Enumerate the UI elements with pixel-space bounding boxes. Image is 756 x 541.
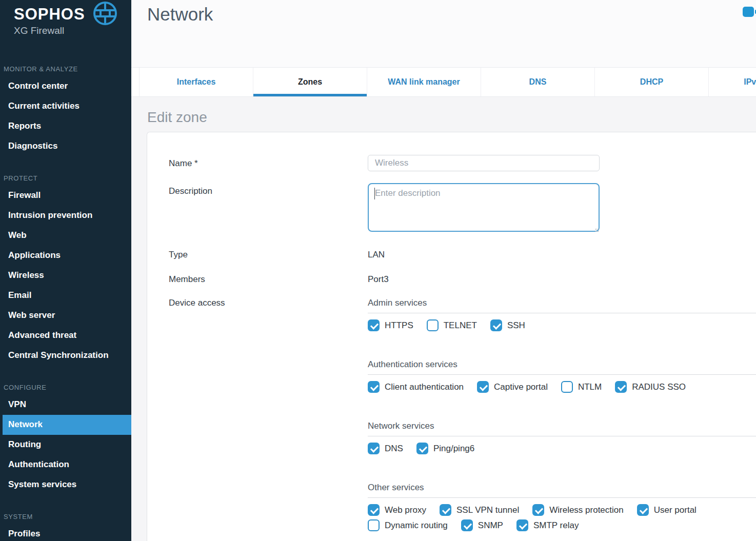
service-option[interactable]: TELNET: [427, 319, 477, 331]
description-row: Description: [169, 183, 756, 234]
checkbox[interactable]: [416, 443, 428, 454]
tab[interactable]: DHCP: [594, 68, 708, 96]
service-options: DNS Ping/ping6: [368, 443, 756, 454]
service-group: Authentication services Client authentic…: [368, 356, 756, 393]
members-label: Members: [169, 271, 368, 285]
sidebar-item[interactable]: Web server: [0, 306, 131, 326]
sidebar-item[interactable]: Control center: [0, 76, 131, 96]
sidebar-item[interactable]: System services: [0, 475, 131, 495]
sidebar-item[interactable]: Advanced threat: [0, 326, 131, 346]
tab-label: DNS: [529, 77, 547, 87]
service-option[interactable]: Captive portal: [477, 381, 548, 393]
type-label: Type: [169, 247, 368, 260]
page-title: Network: [147, 4, 213, 25]
brand: SOPHOS XG Firewall: [0, 0, 131, 40]
tab[interactable]: Zones: [253, 68, 367, 96]
service-option[interactable]: SMTP relay: [516, 519, 579, 531]
checkbox-label: NTLM: [578, 382, 602, 392]
service-option[interactable]: User portal: [637, 504, 697, 516]
text-caret: [374, 188, 375, 199]
tab[interactable]: IPv6 router: [708, 68, 756, 96]
checkbox-label: SNMP: [478, 520, 503, 531]
content-area: Edit zone Name * Description Type LAN: [131, 97, 756, 541]
textarea-resize-grip[interactable]: [595, 229, 596, 230]
sidebar-item[interactable]: Email: [0, 286, 131, 306]
sidebar-item[interactable]: Profiles: [0, 524, 131, 541]
sidebar-item[interactable]: Network: [3, 415, 131, 435]
sidebar-item[interactable]: Central Synchronization: [0, 346, 131, 366]
checkbox[interactable]: [490, 319, 502, 331]
sidebar-item[interactable]: Diagnostics: [0, 136, 131, 156]
checkbox-label: SSH: [507, 320, 525, 331]
checkbox-label: RADIUS SSO: [632, 382, 686, 392]
sidebar-section-header: PROTECT: [4, 174, 131, 182]
checkbox-label: SSL VPN tunnel: [456, 505, 519, 515]
sidebar-item[interactable]: Applications: [0, 246, 131, 266]
checkbox[interactable]: [368, 504, 380, 516]
sidebar-section: PROTECT Firewall Intrusion prevention We…: [0, 174, 131, 366]
service-option[interactable]: DNS: [368, 443, 403, 454]
checkbox[interactable]: [427, 319, 439, 331]
tab-bar: Interfaces Zones WAN link manager DNS DH…: [131, 67, 756, 97]
sidebar-section-items: Control center Current activities Report…: [0, 76, 131, 156]
service-option[interactable]: NTLM: [561, 381, 602, 393]
checkbox[interactable]: [368, 519, 380, 531]
service-option[interactable]: SSH: [490, 319, 525, 331]
checkbox-label: Dynamic routing: [385, 520, 448, 531]
video-camera-icon[interactable]: [743, 6, 756, 18]
sidebar-section: CONFIGURE VPN Network Routing Authentica…: [0, 384, 131, 495]
checkbox[interactable]: [615, 381, 627, 393]
checkbox[interactable]: [477, 381, 489, 393]
sidebar-item[interactable]: Intrusion prevention: [0, 206, 131, 226]
service-group-title: Admin services: [368, 295, 756, 308]
sidebar-item[interactable]: Web: [0, 226, 131, 246]
members-value: Port3: [368, 271, 756, 285]
sidebar-section: SYSTEM Profiles: [0, 513, 131, 541]
sidebar-section-header: MONITOR & ANALYZE: [4, 65, 131, 73]
checkbox-label: Client authentication: [385, 382, 464, 392]
sidebar-item[interactable]: Wireless: [0, 266, 131, 286]
checkbox[interactable]: [368, 319, 380, 331]
main-area: Network Interfaces Zones WAN link manage…: [131, 0, 756, 541]
service-group-divider: [368, 313, 756, 313]
checkbox-label: User portal: [654, 505, 697, 515]
checkbox[interactable]: [561, 381, 573, 393]
sidebar-item[interactable]: Authentication: [0, 455, 131, 475]
service-option[interactable]: SSL VPN tunnel: [440, 504, 519, 516]
sidebar-section-items: Firewall Intrusion prevention Web Applic…: [0, 186, 131, 366]
sidebar-item[interactable]: Firewall: [0, 186, 131, 206]
tab[interactable]: DNS: [481, 68, 594, 96]
service-option[interactable]: RADIUS SSO: [615, 381, 686, 393]
service-group: Network services DNS: [368, 418, 756, 454]
checkbox[interactable]: [440, 504, 451, 516]
edit-zone-heading: Edit zone: [147, 109, 756, 126]
service-option[interactable]: SNMP: [461, 519, 503, 531]
service-option[interactable]: Wireless protection: [532, 504, 624, 516]
zone-name-input[interactable]: [368, 155, 600, 171]
sidebar-section-header: CONFIGURE: [4, 384, 131, 391]
sidebar-item[interactable]: Routing: [0, 435, 131, 455]
service-option[interactable]: HTTPS: [368, 319, 413, 331]
checkbox[interactable]: [516, 519, 528, 531]
page-header: Network: [131, 0, 756, 67]
checkbox[interactable]: [461, 519, 473, 531]
service-option[interactable]: Dynamic routing: [368, 519, 448, 531]
sidebar-item[interactable]: VPN: [0, 395, 131, 415]
sidebar-nav: MONITOR & ANALYZE Control center Current…: [0, 65, 131, 541]
sidebar-item[interactable]: Reports: [0, 116, 131, 136]
description-label: Description: [169, 183, 368, 196]
checkbox[interactable]: [368, 381, 380, 393]
zone-description-textarea[interactable]: [368, 183, 600, 232]
tab-label: WAN link manager: [388, 77, 460, 87]
checkbox[interactable]: [637, 504, 649, 516]
checkbox[interactable]: [368, 443, 380, 454]
checkbox-label: HTTPS: [385, 320, 413, 331]
sidebar-item[interactable]: Current activities: [0, 96, 131, 116]
service-group-title: Other services: [368, 479, 756, 493]
tab[interactable]: WAN link manager: [367, 68, 481, 96]
checkbox[interactable]: [532, 504, 544, 516]
tab[interactable]: Interfaces: [139, 68, 253, 96]
service-option[interactable]: Web proxy: [368, 504, 426, 516]
service-option[interactable]: Ping/ping6: [416, 443, 474, 454]
service-option[interactable]: Client authentication: [368, 381, 464, 393]
